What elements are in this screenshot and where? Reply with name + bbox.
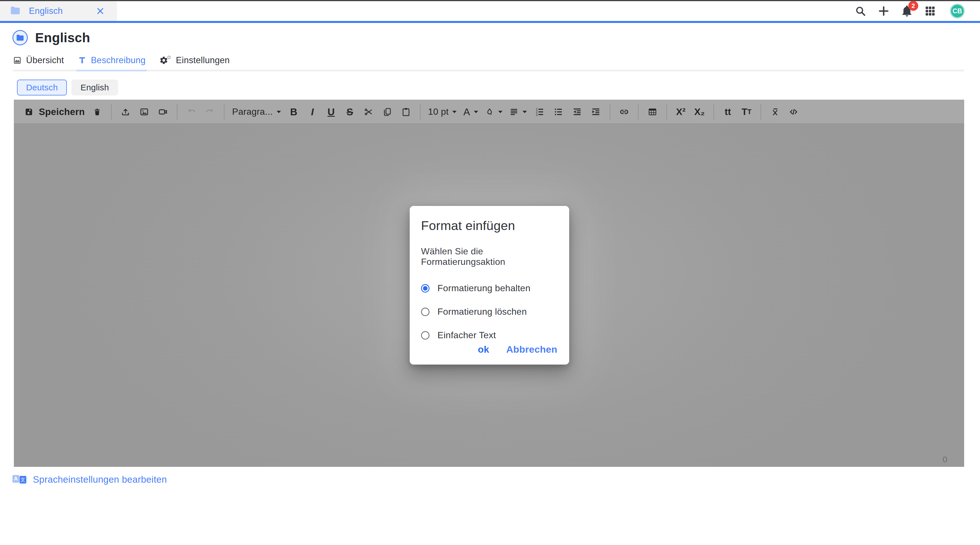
font-size-select[interactable]: 10 pt [428,103,457,121]
dialog-actions: ok Abbrechen [478,344,557,355]
ordered-list-icon: 123 [535,107,545,117]
radio-label: Einfacher Text [438,330,496,340]
lowercase-button[interactable]: tt [722,103,734,121]
indent-button[interactable] [590,103,602,121]
nav-tab-label: Beschreibung [91,55,146,65]
format-options: Formatierung behalten Formatierung lösch… [421,283,558,340]
underline-glyph: U [328,106,335,118]
browser-tab[interactable]: Englisch [0,1,117,21]
chevron-down-icon [452,110,457,114]
italic-glyph: I [311,106,314,118]
bullet-list-button[interactable] [552,103,565,121]
copy-button[interactable] [381,103,393,121]
translate-icon-a: A [13,475,19,483]
paragraph-select[interactable]: Paragra... [232,103,282,121]
radio-label: Formatierung behalten [438,283,530,294]
nav-tab-uebersicht[interactable]: Übersicht [13,55,64,66]
superscript-glyph: X² [676,106,686,117]
delete-button[interactable] [91,103,103,121]
radio-icon[interactable] [421,308,430,316]
radio-option-keep-formatting[interactable]: Formatierung behalten [421,283,558,294]
scissors-icon [363,107,374,117]
align-icon [509,107,519,117]
language-settings-link[interactable]: A 文 Spracheinstellungen bearbeiten [13,474,167,485]
superscript-button[interactable]: X² [675,103,687,121]
italic-button[interactable]: I [306,103,319,121]
lang-tab-deutsch[interactable]: Deutsch [17,79,67,95]
fill-color-select[interactable] [485,103,503,121]
lowercase-glyph: tt [725,106,731,117]
titlecase-button[interactable]: TT [740,103,753,121]
lang-tab-english[interactable]: English [72,79,118,95]
toolbar-separator [667,104,667,120]
cut-button[interactable] [363,103,375,121]
apps-grid-button[interactable] [923,4,937,18]
radio-icon[interactable] [421,284,430,292]
folder-icon [10,6,21,16]
upload-icon [121,107,130,117]
outdent-button[interactable] [571,103,583,121]
tab-close-icon[interactable] [96,7,105,15]
language-switch: Deutsch English [17,79,118,95]
search-button[interactable] [853,4,868,18]
save-icon [24,107,34,117]
table-icon [648,107,658,117]
char-count: 0 [943,454,947,464]
indent-icon [591,107,601,117]
copy-icon [382,107,392,117]
chevron-down-icon [522,110,527,114]
gears-icon [159,55,172,66]
outdent-icon [572,107,582,117]
table-button[interactable] [646,103,659,121]
avatar[interactable]: CB [950,4,965,18]
toolbar-separator [638,104,639,120]
font-color-select[interactable]: A [463,103,479,121]
underline-button[interactable]: U [325,103,337,121]
titlecase-glyph-2: T [748,108,752,116]
radio-option-plain-text[interactable]: Einfacher Text [421,330,558,340]
save-button[interactable]: Speichern [24,103,85,121]
radio-option-clear-formatting[interactable]: Formatierung löschen [421,307,558,317]
ordered-list-button[interactable]: 123 [533,103,546,121]
paste-button[interactable] [400,103,412,121]
page-title: Englisch [35,30,90,45]
ink-drop-icon [485,107,495,117]
clipboard-icon [401,107,411,117]
cancel-button[interactable]: Abbrechen [506,344,557,355]
titlecase-glyph-1: T [741,106,747,117]
chevron-down-icon [473,110,479,114]
notifications-button[interactable]: 2 [899,4,914,18]
undo-icon [186,107,196,117]
toolbar-separator [760,104,761,120]
subscript-button[interactable]: X₂ [693,103,706,121]
tab-title: Englisch [29,6,63,16]
notification-badge: 2 [908,1,918,11]
code-view-button[interactable] [788,103,800,121]
undo-button[interactable] [185,103,197,121]
nav-tab-beschreibung[interactable]: Beschreibung [78,55,146,66]
align-select[interactable] [509,103,527,121]
nav-tab-label: Übersicht [26,55,64,65]
clear-format-button[interactable] [768,103,781,121]
image-button[interactable] [138,103,150,121]
toolbar-separator [420,104,420,120]
toolbar-separator [713,104,714,120]
page-header: Englisch [13,30,90,45]
chevron-down-icon [498,110,503,114]
nav-tabs: Übersicht Beschreibung Einstellungen [13,55,964,72]
video-button[interactable] [157,103,169,121]
ok-button[interactable]: ok [478,344,489,355]
dialog-title: Format einfügen [421,218,558,233]
redo-button[interactable] [204,103,216,121]
appbar: Englisch 2 CB [0,1,980,23]
paste-format-dialog: Format einfügen Wählen Sie die Formatier… [410,206,569,365]
nav-tab-einstellungen[interactable]: Einstellungen [159,55,230,66]
radio-icon[interactable] [421,331,430,340]
bold-button[interactable]: B [288,103,300,121]
add-button[interactable] [876,4,891,18]
upload-button[interactable] [119,103,132,121]
paragraph-label: Paragra... [232,106,273,117]
link-button[interactable] [618,103,630,121]
editor-toolbar: Speichern Paragra... B I U S [14,100,964,124]
strikethrough-button[interactable]: S [344,103,356,121]
